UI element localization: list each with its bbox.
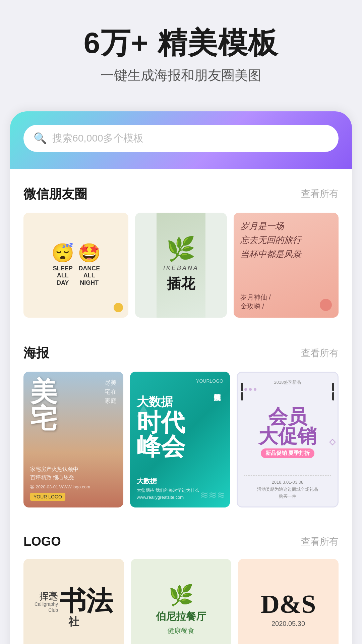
poem-bottom: 岁月神仙 /金玫嶙 / (240, 293, 332, 311)
poster-cards-row: 美宅 尽美宅在家庭 家宅房产火热认领中 百坪精致 细心恩受 客 2020-03-… (23, 372, 339, 507)
ikebana-cn: 插花 (167, 274, 195, 293)
huihao: 挥毫 (35, 592, 58, 601)
wechat-section-header: 微信朋友圈 查看所有 (23, 185, 339, 203)
pink-circle-deco (320, 299, 332, 311)
wechat-card-sleep-dance[interactable]: 😴 SLEEPALLDAY 🤩 DANCEALLNIGHT (23, 213, 128, 318)
ikebana-bg: 🌿 IKEBANA 插花 (157, 213, 205, 318)
calligraphy-content: 挥毫 CalligraphyClub 书法 社 (35, 566, 113, 644)
hero-subtitle: 一键生成海报和朋友圈美图 (20, 66, 342, 85)
ds-content: D&S 2020.05.30 (261, 566, 316, 644)
poem-author: 岁月神仙 /金玫嶙 / (240, 293, 271, 311)
poster2-big-title: 时代 峰会 (137, 410, 223, 459)
dots-deco-top (244, 388, 331, 391)
poster3-top-label: 2018盛季新品 (244, 379, 331, 385)
sleep-face-icon: 😴 (51, 244, 74, 262)
ds-date: 2020.05.30 (272, 620, 305, 628)
poster2-event: 大数据 (137, 477, 223, 486)
search-icon: 🔍 (34, 132, 47, 145)
logo-section: LOGO 查看所有 挥毫 CalligraphyClub 书法 社 (10, 518, 352, 644)
ds-text: D&S (261, 591, 316, 617)
restaurant-sub: 健康餐食 (168, 626, 194, 635)
poster3-main: 会员大促销 新品促销 夏季打折 (244, 393, 331, 472)
sleep-dance-content: 😴 SLEEPALLDAY 🤩 DANCEALLNIGHT (30, 244, 122, 287)
poster3-bottom: 2018.3.01-03.08 活动奖励为迪这边商城全场礼品 购买一件 (244, 475, 331, 500)
your-logo-badge: YOUR LOGO (30, 493, 65, 501)
wechat-section-title: 微信朋友圈 (23, 185, 87, 203)
yellow-badge (114, 303, 123, 312)
member-tag: 新品促销 夏季打折 (261, 448, 314, 458)
wechat-section: 微信朋友圈 查看所有 😴 SLEEPALLDAY 🤩 DANCEALLNIGHT (10, 169, 352, 328)
sleep-col: 😴 SLEEPALLDAY (51, 244, 74, 287)
dance-face-icon: 🤩 (78, 244, 101, 262)
search-placeholder[interactable]: 搜索60,000多个模板 (52, 131, 328, 145)
triangle-deco (137, 405, 150, 417)
logo-section-header: LOGO 查看所有 (23, 534, 339, 549)
meizhai-big-text: 美宅 (30, 378, 57, 432)
poster3-details: 2018.3.01-03.08 活动奖励为迪这边商城全场礼品 购买一件 (244, 479, 331, 500)
meizhai-side-text: 尽美宅在家庭 (105, 378, 117, 432)
logo-view-all[interactable]: 查看所有 (301, 535, 339, 548)
logo-section-title: LOGO (23, 534, 61, 549)
restaurant-name: 伯尼拉餐厅 (156, 610, 206, 624)
poster1-bottom: 家宅房产火热认领中 百坪精致 细心恩受 客 2020-03-01 WWW.log… (30, 466, 117, 501)
ikebana-en: IKEBANA (163, 265, 199, 272)
club-en: CalligraphyClub (35, 601, 58, 613)
leaf-icon: 🌿 (169, 583, 194, 607)
dot2 (249, 388, 252, 391)
meizhai-date: 客 2020-03-01 WWW.logo.com (30, 484, 117, 490)
poster1-spacer (30, 432, 117, 466)
wechat-cards-row: 😴 SLEEPALLDAY 🤩 DANCEALLNIGHT 🌿 (23, 213, 339, 318)
fenghui: 峰会 (137, 434, 223, 459)
leaves-icon: 🌿 (166, 237, 195, 261)
sleep-text: SLEEPALLDAY (53, 265, 73, 287)
logo-card-restaurant[interactable]: 🌿 伯尼拉餐厅 健康餐食 (131, 559, 231, 644)
logo-cards-row: 挥毫 CalligraphyClub 书法 社 🌿 伯尼拉餐厅 健康餐食 (23, 559, 339, 644)
page-root: 6万+ 精美模板 一键生成海报和朋友圈美图 🔍 搜索60,000多个模板 微信朋… (0, 0, 362, 644)
poster-card-bigdata[interactable]: YOURLOGO 引领科技潮流 大数据 时代 峰会 大数据 大盆期待 我们的每次… (130, 372, 230, 507)
meizhai-sub: 百坪精致 细心恩受 (30, 474, 117, 481)
poster1-top: 美宅 尽美宅在家庭 (30, 378, 117, 432)
calligraphy-main: 挥毫 CalligraphyClub 书法 (35, 589, 113, 613)
member-big-text: 会员大促销 (258, 407, 317, 446)
shufa-big: 书法 (59, 589, 113, 613)
poster-card-member[interactable]: 2018盛季新品 (237, 372, 339, 507)
she-char: 社 (68, 614, 79, 629)
dance-col: 🤩 DANCEALLNIGHT (78, 244, 101, 287)
poster-section-title: 海报 (23, 344, 49, 362)
poster-section: 海报 查看所有 美宅 尽美宅在家庭 家宅房产火热认领中 百坪精致 细心恩受 客 … (10, 328, 352, 518)
logo-card-calligraphy[interactable]: 挥毫 CalligraphyClub 书法 社 (23, 559, 124, 644)
search-header: 🔍 搜索60,000多个模板 (10, 111, 352, 169)
logo-card-ds[interactable]: D&S 2020.05.30 (238, 559, 339, 644)
dot1 (244, 388, 247, 391)
app-card: 🔍 搜索60,000多个模板 微信朋友圈 查看所有 😴 SLEEPALLDAY (10, 111, 352, 644)
bar-deco-left (241, 383, 243, 400)
dot3 (254, 388, 256, 391)
wechat-card-poem[interactable]: 岁月是一场 忘去无回的旅行 当杯中都是风景 岁月神仙 /金玫嶙 / (234, 213, 339, 318)
poster-card-meizhai[interactable]: 美宅 尽美宅在家庭 家宅房产火热认领中 百坪精致 细心恩受 客 2020-03-… (23, 372, 123, 507)
wave-deco: ≋≋≋ (200, 489, 225, 501)
poster2-your-logo: YOURLOGO (137, 378, 223, 384)
hero-title: 6万+ 精美模板 (20, 27, 342, 59)
calligraphy-right-text: 挥毫 CalligraphyClub (35, 592, 58, 613)
wechat-view-all[interactable]: 查看所有 (301, 187, 339, 200)
poem-text: 岁月是一场 忘去无回的旅行 当杯中都是风景 (240, 219, 332, 261)
search-bar[interactable]: 🔍 搜索60,000多个模板 (23, 125, 339, 152)
poster-section-header: 海报 查看所有 (23, 344, 339, 362)
bar-deco-right (332, 383, 334, 400)
hero-section: 6万+ 精美模板 一键生成海报和朋友圈美图 (0, 0, 362, 98)
restaurant-content: 🌿 伯尼拉餐厅 健康餐食 (156, 566, 206, 644)
dance-text: DANCEALLNIGHT (78, 265, 100, 287)
meizhai-bottom-text: 家宅房产火热认领中 (30, 466, 117, 473)
wechat-card-ikebana[interactable]: 🌿 IKEBANA 插花 (135, 213, 227, 318)
poster-view-all[interactable]: 查看所有 (301, 347, 339, 360)
